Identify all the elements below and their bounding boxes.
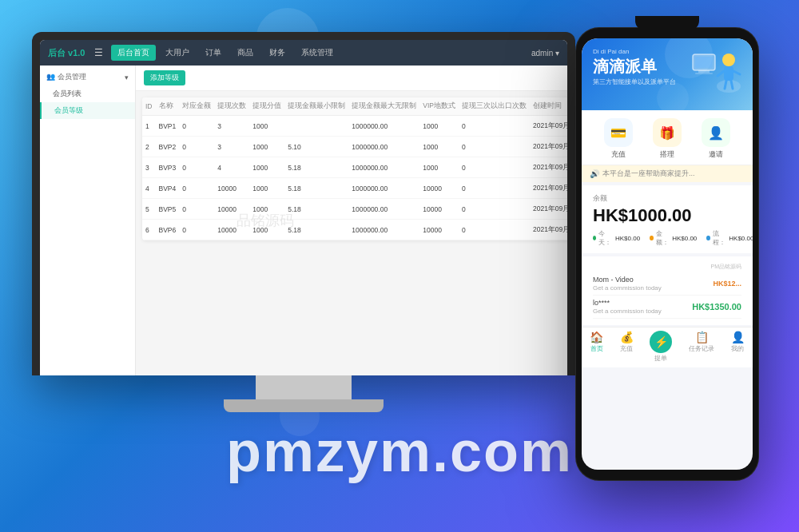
content-table-wrapper: 品铭源码 ID 名称 对应金额 提现次数 提现分值 提现金额最小限制 xyxy=(136,91,567,372)
sidebar-section-member[interactable]: 👥 会员管理 xyxy=(40,69,135,85)
cell-name: BVP4 xyxy=(156,178,180,199)
phone-banner: Di di Pai dan 滴滴派单 第三方智能接单以及派单平台 xyxy=(582,38,753,110)
tasks-icon: 📋 xyxy=(695,331,709,343)
cell-min: 5.18 xyxy=(284,220,348,240)
cell-max: 1000000.00 xyxy=(348,116,419,137)
list-item-2-info: lo**** Get a commission today xyxy=(593,299,662,315)
cell-times: 10000 xyxy=(214,220,249,240)
tab-order[interactable]: ⚡ 提单 xyxy=(650,331,672,363)
cell-min: 5.18 xyxy=(284,178,348,199)
menu-icon[interactable]: ☰ xyxy=(94,47,103,58)
cell-created: 2021年09月14日 21:29:28 xyxy=(530,178,567,199)
add-level-button[interactable]: 添加等级 xyxy=(144,70,185,85)
cell-times: 3 xyxy=(214,137,249,157)
admin-user-menu[interactable]: admin ▾ xyxy=(531,49,559,58)
admin-sidebar: 👥 会员管理 会员列表 会员等级 xyxy=(40,66,136,375)
flow-value: HK$0.00 xyxy=(729,235,753,242)
nav-item-system[interactable]: 系统管理 xyxy=(295,45,340,61)
table-row: 4 BVP4 0 10000 1000 5.18 1000000.00 1000… xyxy=(142,178,567,199)
cell-min: 5.10 xyxy=(284,137,348,157)
list-item-2-sub: Get a commission today xyxy=(593,308,662,315)
balance-flow: 流程： HK$0.00 xyxy=(706,229,753,247)
banner-illustration xyxy=(689,42,745,98)
cell-created: 2021年09月02日 10:45:43 xyxy=(530,157,567,178)
member-level-table: ID 名称 对应金额 提现次数 提现分值 提现金额最小限制 提现金额最大无限制 … xyxy=(142,97,567,240)
cell-min: 5.18 xyxy=(284,199,348,220)
balance-sub-row: 今天： HK$0.00 金额： HK$0.00 流程： HK$0.00 xyxy=(593,229,741,247)
cell-id: 6 xyxy=(142,220,156,240)
svg-rect-2 xyxy=(724,66,733,81)
tab-tasks[interactable]: 📋 任务记录 xyxy=(689,331,714,363)
tab-profile[interactable]: 👤 我的 xyxy=(731,331,745,363)
col-min: 提现金额最小限制 xyxy=(284,97,348,116)
recharge-label: 充值 xyxy=(611,149,626,160)
cell-created: 2021年09月02日 09:53:12 xyxy=(530,116,567,137)
nav-item-users[interactable]: 大用户 xyxy=(159,45,196,61)
phone-icon-recharge[interactable]: 💳 充值 xyxy=(604,118,633,160)
cell-created: 2021年09月02日 10:02:32 xyxy=(530,137,567,157)
svg-line-5 xyxy=(725,81,726,89)
tab-recharge[interactable]: 💰 充值 xyxy=(620,331,634,363)
tab-order-label: 提单 xyxy=(654,354,667,363)
cell-out: 0 xyxy=(459,199,530,220)
phone-icon-invite[interactable]: 👤 邀请 xyxy=(702,118,730,160)
svg-line-3 xyxy=(718,71,724,76)
col-vip: VIP地数式 xyxy=(419,97,459,116)
admin-content: 添加等级 品铭源码 ID 名称 对应金额 提现次数 提现分值 xyxy=(136,66,567,375)
dot-flow xyxy=(706,236,710,240)
cell-times: 3 xyxy=(214,116,249,137)
svg-rect-9 xyxy=(695,73,713,74)
list-item-1[interactable]: Mom - Video Get a commission today HK$12… xyxy=(593,272,741,296)
col-created: 创建时间 xyxy=(530,97,567,116)
col-id: ID xyxy=(142,97,156,116)
gold-label: 金额： xyxy=(656,229,670,247)
nav-item-dashboard[interactable]: 后台首页 xyxy=(111,45,156,61)
list-item-2[interactable]: lo**** Get a commission today HK$1350.00 xyxy=(593,296,741,319)
invite-icon-circle: 👤 xyxy=(702,118,730,147)
nav-item-finance[interactable]: 财务 xyxy=(263,45,292,61)
sidebar-item-member-level[interactable]: 会员等级 xyxy=(40,102,135,119)
cell-amount: 0 xyxy=(179,199,214,220)
phone-icon-gift[interactable]: 🎁 搭理 xyxy=(653,118,682,160)
cell-created: 2021年09月15日 21:29:48 xyxy=(530,220,567,240)
cell-amount: 0 xyxy=(179,220,214,240)
phone-notch xyxy=(635,16,699,30)
svg-rect-10 xyxy=(695,57,713,68)
svg-line-4 xyxy=(733,71,740,74)
list-item-1-sub: Get a commission today xyxy=(593,284,662,292)
cell-max: 1000000.00 xyxy=(348,178,419,199)
cell-min xyxy=(284,116,348,137)
cell-id: 4 xyxy=(142,178,156,199)
balance-label: 余额 xyxy=(593,193,741,204)
cell-out: 0 xyxy=(459,116,530,137)
sidebar-item-member-list[interactable]: 会员列表 xyxy=(40,85,135,102)
gift-icon-circle: 🎁 xyxy=(653,118,682,147)
cell-name: BVP6 xyxy=(156,220,180,240)
profile-icon: 👤 xyxy=(731,331,745,343)
invite-label: 邀请 xyxy=(709,149,723,160)
list-item-1-info: Mom - Video Get a commission today xyxy=(593,276,662,292)
cell-vip: 10000 xyxy=(419,220,459,240)
table-row: 2 BVP2 0 3 1000 5.10 1000000.00 1000 0 2… xyxy=(142,137,567,157)
nav-item-products[interactable]: 商品 xyxy=(231,45,260,61)
col-amount: 对应金额 xyxy=(179,97,214,116)
cell-amount: 0 xyxy=(179,178,214,199)
col-max: 提现金额最大无限制 xyxy=(348,97,419,116)
phone-balance-section: 余额 HK$1000.00 今天： HK$0.00 金额： HK$0.00 xyxy=(582,185,753,253)
cell-name: BVP5 xyxy=(156,199,180,220)
col-score: 提现分值 xyxy=(249,97,284,116)
cell-id: 3 xyxy=(142,157,156,178)
cell-vip: 1000 xyxy=(419,157,459,178)
tab-home[interactable]: 🏠 首页 xyxy=(590,331,603,363)
monitor: 后台 v1.0 ☰ 后台首页 大用户 订单 商品 财务 系统管理 admin ▾… xyxy=(32,32,575,412)
col-out: 提现三次以出口次数 xyxy=(459,97,530,116)
phone-list-section: PM品铭源码 Mom - Video Get a commission toda… xyxy=(582,256,753,325)
cell-id: 1 xyxy=(142,116,156,137)
svg-line-6 xyxy=(731,81,733,89)
cell-name: BVP2 xyxy=(156,137,180,157)
nav-item-orders[interactable]: 订单 xyxy=(199,45,228,61)
dot-today xyxy=(593,236,596,240)
cell-id: 5 xyxy=(142,199,156,220)
list-item-1-amount: HK$12... xyxy=(713,280,741,288)
phone-icons-row: 💳 充值 🎁 搭理 👤 邀请 xyxy=(582,110,753,165)
